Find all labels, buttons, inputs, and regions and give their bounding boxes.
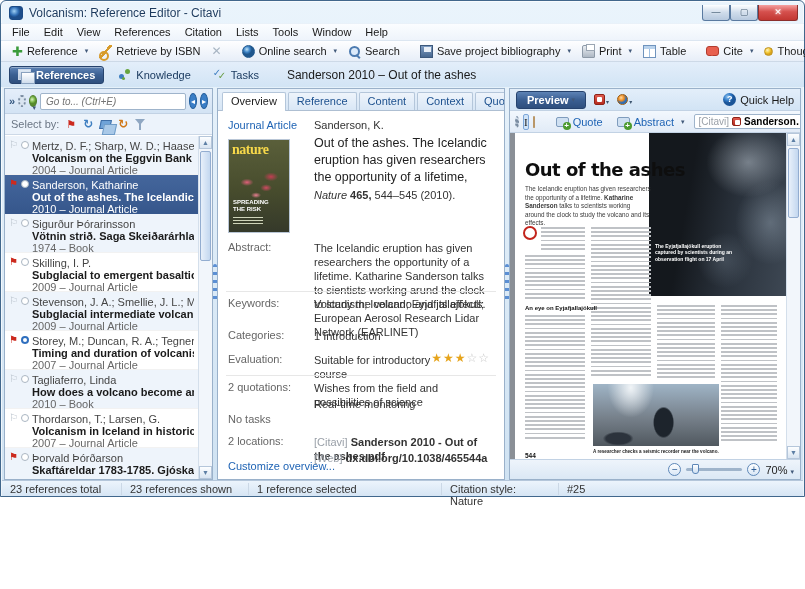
open-in-browser-button[interactable]: ▾ bbox=[617, 94, 632, 105]
print-button[interactable]: Print bbox=[577, 44, 637, 59]
selection-circle-icon[interactable] bbox=[21, 219, 29, 227]
gear-icon[interactable] bbox=[18, 95, 25, 107]
add-reference-button[interactable]: ✚Reference bbox=[7, 44, 93, 59]
back-button[interactable]: ◂ bbox=[189, 93, 197, 109]
tab-tasks[interactable]: Tasks bbox=[205, 67, 267, 83]
tab-reference[interactable]: Reference bbox=[288, 92, 357, 110]
quote-button[interactable]: Quote bbox=[551, 115, 608, 129]
reference-list-item[interactable]: ⚐ Sigurður ÞórarinssonVötnin strið. Saga… bbox=[5, 214, 198, 253]
rotate-filter-icon[interactable]: ↻ bbox=[118, 119, 128, 129]
zoom-in-button[interactable]: + bbox=[747, 463, 760, 476]
online-search-button[interactable]: Online search bbox=[237, 44, 342, 59]
title-bar[interactable]: Volcanism: Reference Editor - Citavi — ▢… bbox=[1, 1, 804, 23]
menu-tools[interactable]: Tools bbox=[266, 25, 306, 39]
thought-button[interactable]: Thought bbox=[759, 44, 805, 58]
selection-circle-icon[interactable] bbox=[21, 453, 29, 461]
star-icon[interactable]: ★ bbox=[431, 351, 443, 365]
selection-circle-icon[interactable] bbox=[21, 336, 29, 344]
scroll-down-icon[interactable]: ▼ bbox=[787, 446, 800, 459]
reference-list-item[interactable]: ⚐ Mertz, D. F.; Sharp, W. D.; Haase, K. … bbox=[5, 136, 198, 175]
maximize-button[interactable]: ▢ bbox=[730, 5, 758, 21]
journal-cover-thumbnail[interactable]: nature SPREADING THE RISK bbox=[228, 139, 290, 233]
scroll-thumb[interactable] bbox=[788, 148, 799, 218]
flag-icon[interactable]: ⚑ bbox=[9, 179, 18, 213]
reference-list-item[interactable]: ⚐ Thordarson, T.; Larsen, G.Volcanism in… bbox=[5, 409, 198, 448]
menu-help[interactable]: Help bbox=[358, 25, 395, 39]
selection-circle-icon[interactable] bbox=[21, 297, 29, 305]
scroll-down-icon[interactable]: ▼ bbox=[199, 466, 212, 479]
retrieve-isbn-button[interactable]: Retrieve by ISBN bbox=[94, 44, 205, 59]
reference-list-item[interactable]: ⚑ Storey, M.; Duncan, R. A.; Tegner, C.T… bbox=[5, 331, 198, 370]
quotation-item[interactable]: Real-time monitoring bbox=[314, 397, 492, 411]
abstract-button[interactable]: Abstract bbox=[612, 115, 690, 129]
pdf-preview-area[interactable]: The Eyjafjallajökull eruption captured b… bbox=[510, 133, 800, 459]
forward-button[interactable]: ▸ bbox=[200, 93, 208, 109]
scroll-up-icon[interactable]: ▲ bbox=[199, 136, 212, 149]
menu-file[interactable]: File bbox=[5, 25, 37, 39]
flag-icon[interactable]: ⚑ bbox=[9, 335, 18, 369]
reference-list-item[interactable]: ⚐ Stevenson, J. A.; Smellie, J. L.; McGa… bbox=[5, 292, 198, 331]
cite-button[interactable]: Cite bbox=[701, 44, 758, 58]
selection-circle-icon[interactable] bbox=[21, 258, 29, 266]
menu-citation[interactable]: Citation bbox=[178, 25, 229, 39]
close-button[interactable]: ✕ bbox=[758, 5, 798, 21]
flag-icon[interactable]: ⚐ bbox=[9, 413, 18, 447]
labels-filter-icon[interactable] bbox=[99, 120, 112, 129]
tab-content[interactable]: Content bbox=[359, 92, 416, 110]
menu-window[interactable]: Window bbox=[305, 25, 358, 39]
star-icon[interactable]: ★ bbox=[455, 351, 467, 365]
preview-settings-gear-icon[interactable] bbox=[515, 116, 519, 128]
flag-icon[interactable]: ⚐ bbox=[9, 296, 18, 330]
selection-circle-icon[interactable] bbox=[21, 375, 29, 383]
preview-menu-button[interactable]: Preview bbox=[516, 91, 586, 109]
tab-references[interactable]: References bbox=[9, 66, 104, 84]
goto-input[interactable] bbox=[40, 93, 186, 110]
menu-view[interactable]: View bbox=[70, 25, 108, 39]
refresh-filter-icon[interactable]: ↻ bbox=[83, 119, 93, 129]
open-in-pdf-button[interactable]: ▾ bbox=[594, 94, 609, 105]
zoom-out-button[interactable]: − bbox=[668, 463, 681, 476]
location-item[interactable]: [Web] dx.doi.org/10.1038/465544a bbox=[314, 451, 492, 465]
star-icon[interactable]: ★ bbox=[443, 351, 455, 365]
zoom-slider-thumb[interactable] bbox=[692, 464, 699, 474]
reference-list-item[interactable]: ⚐ Tagliaferro, LindaHow does a volcano b… bbox=[5, 370, 198, 409]
text-select-tool-icon[interactable]: I bbox=[523, 114, 529, 130]
scroll-up-icon[interactable]: ▲ bbox=[787, 133, 800, 146]
flag-icon[interactable]: ⚑ bbox=[9, 452, 18, 480]
tab-knowledge[interactable]: Knowledge bbox=[110, 67, 198, 83]
minimize-button[interactable]: — bbox=[702, 5, 730, 21]
quick-help-button[interactable]: ?Quick Help bbox=[723, 93, 794, 106]
delete-button[interactable]: ✕ bbox=[207, 44, 227, 59]
flag-icon[interactable]: ⚑ bbox=[9, 257, 18, 291]
flag-icon[interactable]: ⚐ bbox=[9, 140, 18, 174]
customize-overview-link[interactable]: Customize overview... bbox=[228, 460, 335, 472]
menu-lists[interactable]: Lists bbox=[229, 25, 266, 39]
tab-quotations[interactable]: Quotations bbox=[475, 92, 505, 110]
tab-context[interactable]: Context bbox=[417, 92, 473, 110]
list-scrollbar[interactable]: ▲ ▼ bbox=[198, 136, 212, 479]
source-selector[interactable]: [Citavi] Sanderson 2010 - Ou bbox=[694, 114, 801, 129]
selection-circle-icon[interactable] bbox=[21, 141, 29, 149]
menu-edit[interactable]: Edit bbox=[37, 25, 70, 39]
zoom-slider[interactable] bbox=[686, 468, 742, 471]
reference-list-item[interactable]: ⚑ Skilling, I. P.Subglacial to emergent … bbox=[5, 253, 198, 292]
search-button[interactable]: Search bbox=[343, 44, 405, 59]
reference-type-link[interactable]: Journal Article bbox=[228, 119, 297, 131]
funnel-filter-icon[interactable] bbox=[135, 119, 145, 130]
scroll-thumb[interactable] bbox=[200, 151, 211, 261]
flag-icon[interactable]: ⚐ bbox=[9, 374, 18, 408]
table-button[interactable]: Table bbox=[638, 44, 691, 59]
reference-list-item[interactable]: ⚑ Þorvald ÞórðarsonSkaftáreldar 1783-178… bbox=[5, 448, 198, 480]
selection-circle-icon[interactable] bbox=[21, 414, 29, 422]
reference-list-item-selected[interactable]: ⚑ Sanderson, KatharineOut of the ashes. … bbox=[5, 175, 198, 214]
selection-circle-icon[interactable] bbox=[21, 180, 29, 188]
zoom-level[interactable]: 70% bbox=[765, 464, 794, 476]
menu-references[interactable]: References bbox=[107, 25, 177, 39]
hand-tool-icon[interactable] bbox=[533, 116, 535, 128]
tab-overview[interactable]: Overview bbox=[222, 92, 286, 111]
expand-chevrons-icon[interactable]: » bbox=[9, 95, 15, 107]
status-citation-style[interactable]: Citation style: Nature bbox=[442, 483, 559, 495]
star-icon[interactable]: ☆ bbox=[478, 351, 490, 365]
filter-preset-icon[interactable] bbox=[29, 95, 38, 107]
save-bibliography-button[interactable]: Save project bibliography bbox=[415, 44, 576, 59]
